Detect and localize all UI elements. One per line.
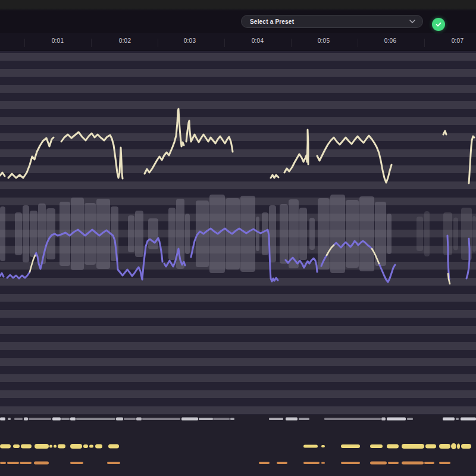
time-label: 0:01 <box>52 37 64 44</box>
chevron-down-icon <box>409 20 415 23</box>
ruler-tick <box>24 39 25 47</box>
preset-dropdown[interactable]: Select a Preset <box>241 15 423 28</box>
time-label: 0:07 <box>452 37 464 44</box>
ruler-tick <box>424 39 425 47</box>
time-label: 0:06 <box>384 37 397 44</box>
pitch-editor-canvas[interactable] <box>0 51 476 415</box>
ruler-tick <box>224 39 225 47</box>
timeline-ruler[interactable]: 0:010:020:030:040:050:060:07 <box>0 33 476 51</box>
audio-pitch-editor-window: 0:010:020:030:040:050:060:07 Select a Pr… <box>0 0 476 476</box>
top-toolbar: Select a Preset <box>0 0 476 33</box>
ruler-tick <box>91 39 92 47</box>
apply-preset-button[interactable] <box>432 18 445 31</box>
preset-dropdown-label: Select a Preset <box>250 18 294 25</box>
time-label: 0:04 <box>252 37 264 44</box>
time-label: 0:05 <box>318 37 330 44</box>
ruler-tick <box>158 39 158 47</box>
check-icon <box>435 21 442 28</box>
time-label: 0:02 <box>119 37 131 44</box>
bottom-panel <box>0 415 476 476</box>
ruler-tick <box>291 39 292 47</box>
time-label: 0:03 <box>184 37 196 44</box>
ruler-tick <box>358 39 358 47</box>
